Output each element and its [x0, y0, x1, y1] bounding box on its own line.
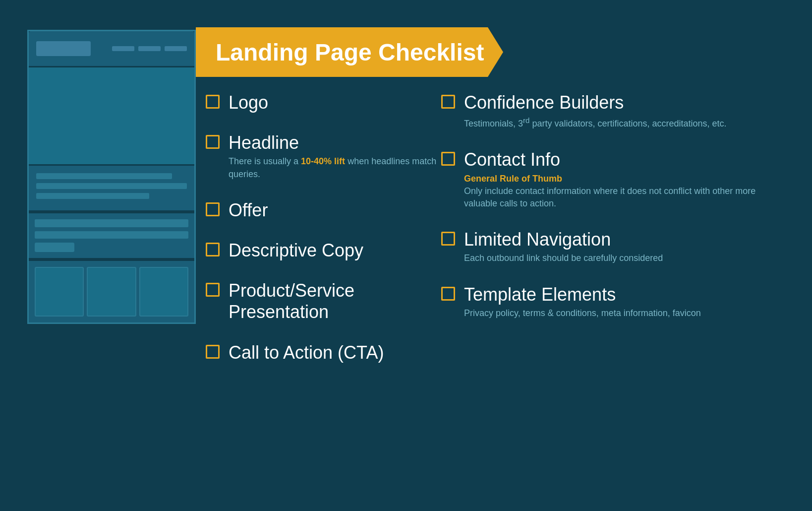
wireframe-mockup	[27, 30, 196, 367]
list-item: Confidence Builders Testimonials, 3rd pa…	[441, 92, 778, 130]
item-title-headline: Headline	[229, 132, 454, 153]
checkbox-headline[interactable]	[206, 135, 220, 149]
item-title-cta: Call to Action (CTA)	[229, 342, 454, 363]
wf-form-area	[29, 213, 194, 258]
wf-form-field	[35, 231, 188, 239]
wf-logo-block	[36, 41, 91, 56]
item-content-cta: Call to Action (CTA)	[229, 342, 454, 363]
item-content-confidence-builders: Confidence Builders Testimonials, 3rd pa…	[464, 92, 778, 130]
checkbox-limited-navigation[interactable]	[441, 232, 455, 246]
wf-card	[35, 267, 84, 317]
wf-card	[139, 267, 188, 317]
wf-hero	[29, 67, 194, 164]
wf-bottom-section	[29, 261, 194, 322]
checkbox-contact-info[interactable]	[441, 152, 455, 166]
list-item: Logo	[206, 92, 454, 113]
item-content-product-service: Product/ServicePresentation	[229, 280, 454, 322]
wf-form-field	[35, 219, 188, 227]
item-content-template-elements: Template Elements Privacy policy, terms …	[464, 284, 778, 319]
checkbox-template-elements[interactable]	[441, 287, 455, 301]
item-title-contact-info: Contact Info	[464, 149, 778, 170]
checkbox-confidence-builders[interactable]	[441, 95, 455, 109]
list-item: Limited Navigation Each outbound link sh…	[441, 229, 778, 264]
rule-title: General Rule of Thumb	[464, 173, 778, 185]
wf-text-line	[36, 183, 187, 189]
item-content-logo: Logo	[229, 92, 454, 113]
list-item: Product/ServicePresentation	[206, 280, 454, 322]
item-desc-limited-navigation: Each outbound link should be carefully c…	[464, 252, 778, 264]
item-desc-headline: There is usually a 10-40% lift when head…	[229, 155, 454, 180]
item-title-product-service: Product/ServicePresentation	[229, 280, 454, 322]
item-content-contact-info: Contact Info General Rule of Thumb Only …	[464, 149, 778, 210]
item-title-template-elements: Template Elements	[464, 284, 778, 305]
list-item: Headline There is usually a 10-40% lift …	[206, 132, 454, 181]
item-desc-confidence-builders: Testimonials, 3rd party validators, cert…	[464, 115, 778, 130]
item-title-logo: Logo	[229, 92, 454, 113]
list-item: Call to Action (CTA)	[206, 342, 454, 363]
item-title-offer: Offer	[229, 199, 454, 221]
checklist-left: Logo Headline There is usually a 10-40% …	[206, 92, 454, 382]
checkbox-product-service[interactable]	[206, 283, 220, 297]
item-title-descriptive-copy: Descriptive Copy	[229, 240, 454, 261]
item-title-limited-navigation: Limited Navigation	[464, 229, 778, 250]
checklist-right: Confidence Builders Testimonials, 3rd pa…	[441, 92, 778, 338]
wf-text-line	[36, 173, 172, 179]
list-item: Contact Info General Rule of Thumb Only …	[441, 149, 778, 210]
list-item: Descriptive Copy	[206, 240, 454, 261]
list-item: Offer	[206, 199, 454, 221]
wf-header	[29, 31, 194, 66]
item-desc-contact-info: General Rule of Thumb Only include conta…	[464, 173, 778, 210]
wf-content	[29, 166, 194, 210]
wf-nav-lines	[96, 46, 187, 51]
checkbox-cta[interactable]	[206, 345, 220, 359]
banner-title: Landing Page Checklist	[216, 39, 484, 66]
item-content-descriptive-copy: Descriptive Copy	[229, 240, 454, 261]
checkbox-logo[interactable]	[206, 95, 220, 109]
item-content-headline: Headline There is usually a 10-40% lift …	[229, 132, 454, 181]
checkbox-descriptive-copy[interactable]	[206, 243, 220, 256]
wireframe-outer	[27, 30, 196, 324]
item-desc-template-elements: Privacy policy, terms & conditions, meta…	[464, 307, 778, 319]
wf-card	[87, 267, 136, 317]
wf-button	[35, 243, 74, 252]
item-content-offer: Offer	[229, 199, 454, 221]
banner: Landing Page Checklist	[196, 27, 503, 77]
wf-nav-line	[165, 46, 187, 51]
list-item: Template Elements Privacy policy, terms …	[441, 284, 778, 319]
wf-text-line	[36, 193, 149, 199]
item-content-limited-navigation: Limited Navigation Each outbound link sh…	[464, 229, 778, 264]
wf-nav-line	[138, 46, 161, 51]
checkbox-offer[interactable]	[206, 202, 220, 216]
wf-nav-line	[112, 46, 134, 51]
item-title-confidence-builders: Confidence Builders	[464, 92, 778, 113]
